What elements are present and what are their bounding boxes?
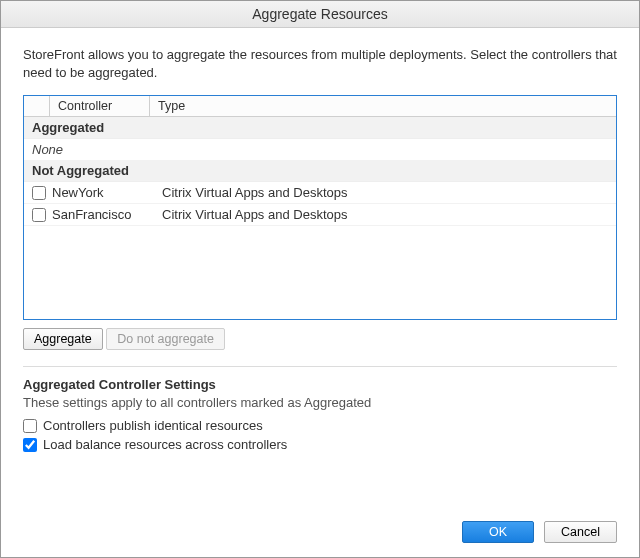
cancel-button[interactable]: Cancel (544, 521, 617, 543)
not-aggregated-section-header: Not Aggregated (24, 160, 616, 182)
ok-button[interactable]: OK (462, 521, 534, 543)
table-header-row: Controller Type (24, 96, 616, 117)
row-type: Citrix Virtual Apps and Desktops (150, 185, 612, 200)
separator (23, 366, 617, 367)
settings-title: Aggregated Controller Settings (23, 377, 617, 392)
aggregated-section-header: Aggregated (24, 117, 616, 139)
action-button-row: Aggregate Do not aggregate (23, 328, 617, 350)
row-type: Citrix Virtual Apps and Desktops (150, 207, 612, 222)
table-header-type: Type (150, 96, 616, 116)
table-header-checkbox (24, 96, 50, 116)
row-checkbox[interactable] (32, 186, 46, 200)
dialog-window: Aggregate Resources StoreFront allows yo… (0, 0, 640, 558)
row-checkbox-wrap (28, 208, 50, 222)
table-row[interactable]: NewYork Citrix Virtual Apps and Desktops (24, 182, 616, 204)
load-balance-row[interactable]: Load balance resources across controller… (23, 437, 617, 452)
aggregate-button[interactable]: Aggregate (23, 328, 103, 350)
table-row[interactable]: SanFrancisco Citrix Virtual Apps and Des… (24, 204, 616, 226)
settings-subtitle: These settings apply to all controllers … (23, 395, 617, 410)
do-not-aggregate-button: Do not aggregate (106, 328, 225, 350)
load-balance-checkbox[interactable] (23, 438, 37, 452)
row-controller: SanFrancisco (50, 207, 150, 222)
dialog-title: Aggregate Resources (1, 1, 639, 28)
load-balance-label: Load balance resources across controller… (43, 437, 287, 452)
row-checkbox-wrap (28, 186, 50, 200)
controllers-table: Controller Type Aggregated None Not Aggr… (23, 95, 617, 320)
identical-resources-row[interactable]: Controllers publish identical resources (23, 418, 617, 433)
dialog-footer: OK Cancel (23, 507, 617, 543)
identical-resources-label: Controllers publish identical resources (43, 418, 263, 433)
table-header-controller: Controller (50, 96, 150, 116)
identical-resources-checkbox[interactable] (23, 419, 37, 433)
aggregated-none: None (24, 139, 616, 160)
dialog-content: StoreFront allows you to aggregate the r… (1, 28, 639, 557)
row-checkbox[interactable] (32, 208, 46, 222)
dialog-description: StoreFront allows you to aggregate the r… (23, 46, 617, 81)
row-controller: NewYork (50, 185, 150, 200)
